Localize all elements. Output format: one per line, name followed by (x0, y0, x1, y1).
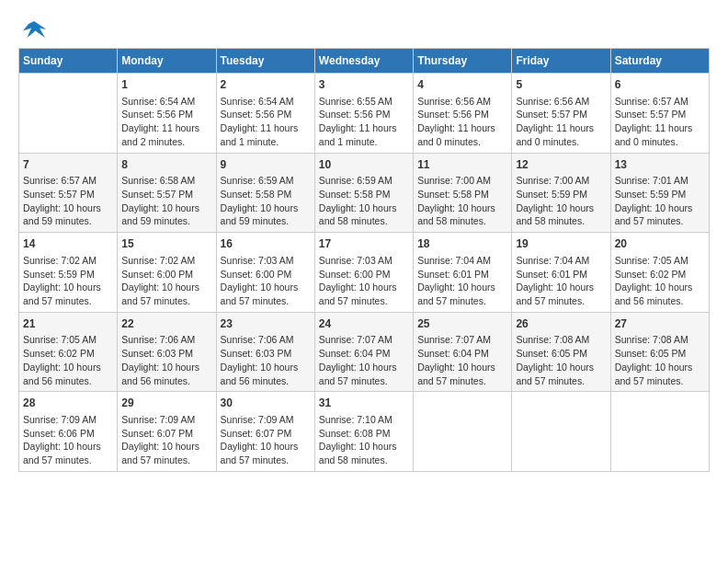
day-number: 11 (417, 157, 507, 173)
calendar-cell: 17Sunrise: 7:03 AM Sunset: 6:00 PM Dayli… (314, 233, 413, 313)
day-info: Sunrise: 6:56 AM Sunset: 5:56 PM Dayligh… (417, 95, 507, 149)
day-number: 16 (221, 236, 311, 252)
day-info: Sunrise: 6:59 AM Sunset: 5:58 PM Dayligh… (221, 174, 311, 228)
calendar-cell: 28Sunrise: 7:09 AM Sunset: 6:06 PM Dayli… (19, 392, 118, 472)
day-number: 26 (516, 316, 606, 332)
calendar-cell: 16Sunrise: 7:03 AM Sunset: 6:00 PM Dayli… (216, 233, 314, 313)
day-info: Sunrise: 7:07 AM Sunset: 6:04 PM Dayligh… (319, 333, 409, 387)
calendar-cell: 8Sunrise: 6:58 AM Sunset: 5:57 PM Daylig… (118, 153, 216, 233)
calendar-cell: 23Sunrise: 7:06 AM Sunset: 6:03 PM Dayli… (216, 312, 314, 392)
calendar-cell: 6Sunrise: 6:57 AM Sunset: 5:57 PM Daylig… (610, 74, 709, 154)
calendar-cell (19, 74, 118, 154)
calendar-cell: 13Sunrise: 7:01 AM Sunset: 5:59 PM Dayli… (610, 153, 709, 233)
calendar-cell (512, 392, 610, 472)
day-info: Sunrise: 7:04 AM Sunset: 6:01 PM Dayligh… (516, 254, 606, 308)
day-number: 1 (121, 77, 211, 93)
calendar-week-row: 7Sunrise: 6:57 AM Sunset: 5:57 PM Daylig… (19, 153, 710, 233)
day-number: 7 (23, 157, 113, 173)
column-header-saturday: Saturday (610, 49, 709, 74)
day-info: Sunrise: 7:05 AM Sunset: 6:02 PM Dayligh… (615, 254, 705, 308)
day-number: 22 (121, 316, 211, 332)
calendar-cell: 7Sunrise: 6:57 AM Sunset: 5:57 PM Daylig… (19, 153, 118, 233)
logo-bird-icon (20, 18, 48, 40)
calendar-cell: 24Sunrise: 7:07 AM Sunset: 6:04 PM Dayli… (314, 312, 413, 392)
day-info: Sunrise: 7:03 AM Sunset: 6:00 PM Dayligh… (319, 254, 409, 308)
day-info: Sunrise: 7:02 AM Sunset: 5:59 PM Dayligh… (23, 254, 113, 308)
day-number: 17 (319, 236, 409, 252)
day-info: Sunrise: 7:04 AM Sunset: 6:01 PM Dayligh… (417, 254, 507, 308)
day-number: 14 (23, 236, 113, 252)
day-info: Sunrise: 6:54 AM Sunset: 5:56 PM Dayligh… (221, 95, 311, 149)
day-info: Sunrise: 7:01 AM Sunset: 5:59 PM Dayligh… (615, 174, 705, 228)
day-info: Sunrise: 6:54 AM Sunset: 5:56 PM Dayligh… (121, 95, 211, 149)
day-info: Sunrise: 6:58 AM Sunset: 5:57 PM Dayligh… (121, 174, 211, 228)
column-header-friday: Friday (512, 49, 610, 74)
calendar-cell: 4Sunrise: 6:56 AM Sunset: 5:56 PM Daylig… (414, 74, 512, 154)
day-number: 4 (417, 77, 507, 93)
day-number: 20 (615, 236, 705, 252)
day-info: Sunrise: 7:06 AM Sunset: 6:03 PM Dayligh… (221, 333, 311, 387)
column-header-tuesday: Tuesday (216, 49, 314, 74)
day-info: Sunrise: 7:09 AM Sunset: 6:06 PM Dayligh… (23, 413, 113, 467)
day-number: 19 (516, 236, 606, 252)
calendar-cell: 1Sunrise: 6:54 AM Sunset: 5:56 PM Daylig… (118, 74, 216, 154)
column-header-monday: Monday (118, 49, 216, 74)
calendar-cell: 27Sunrise: 7:08 AM Sunset: 6:05 PM Dayli… (610, 312, 709, 392)
day-info: Sunrise: 6:56 AM Sunset: 5:57 PM Dayligh… (516, 95, 606, 149)
calendar-cell: 15Sunrise: 7:02 AM Sunset: 6:00 PM Dayli… (118, 233, 216, 313)
day-info: Sunrise: 7:02 AM Sunset: 6:00 PM Dayligh… (121, 254, 211, 308)
column-header-thursday: Thursday (414, 49, 512, 74)
day-info: Sunrise: 7:07 AM Sunset: 6:04 PM Dayligh… (417, 333, 507, 387)
calendar-header-row: SundayMondayTuesdayWednesdayThursdayFrid… (19, 49, 710, 74)
day-number: 21 (23, 316, 113, 332)
calendar-cell (414, 392, 512, 472)
day-info: Sunrise: 7:06 AM Sunset: 6:03 PM Dayligh… (121, 333, 211, 387)
day-number: 28 (23, 396, 113, 411)
calendar-week-row: 21Sunrise: 7:05 AM Sunset: 6:02 PM Dayli… (19, 312, 710, 392)
calendar-cell: 29Sunrise: 7:09 AM Sunset: 6:07 PM Dayli… (118, 392, 216, 472)
calendar-cell: 21Sunrise: 7:05 AM Sunset: 6:02 PM Dayli… (19, 312, 118, 392)
page-header (18, 18, 710, 40)
day-info: Sunrise: 7:08 AM Sunset: 6:05 PM Dayligh… (516, 333, 606, 387)
day-info: Sunrise: 7:09 AM Sunset: 6:07 PM Dayligh… (221, 413, 311, 467)
calendar-cell: 12Sunrise: 7:00 AM Sunset: 5:59 PM Dayli… (512, 153, 610, 233)
day-number: 29 (121, 396, 211, 411)
calendar-cell: 10Sunrise: 6:59 AM Sunset: 5:58 PM Dayli… (314, 153, 413, 233)
day-number: 23 (221, 316, 311, 332)
calendar-table: SundayMondayTuesdayWednesdayThursdayFrid… (18, 48, 710, 472)
calendar-cell: 31Sunrise: 7:10 AM Sunset: 6:08 PM Dayli… (314, 392, 413, 472)
day-number: 9 (221, 157, 311, 173)
day-info: Sunrise: 6:57 AM Sunset: 5:57 PM Dayligh… (615, 95, 705, 149)
calendar-cell: 14Sunrise: 7:02 AM Sunset: 5:59 PM Dayli… (19, 233, 118, 313)
day-number: 6 (615, 77, 705, 93)
day-number: 18 (417, 236, 507, 252)
calendar-week-row: 1Sunrise: 6:54 AM Sunset: 5:56 PM Daylig… (19, 74, 710, 154)
calendar-cell: 19Sunrise: 7:04 AM Sunset: 6:01 PM Dayli… (512, 233, 610, 313)
day-info: Sunrise: 7:08 AM Sunset: 6:05 PM Dayligh… (615, 333, 705, 387)
column-header-wednesday: Wednesday (314, 49, 413, 74)
calendar-cell: 30Sunrise: 7:09 AM Sunset: 6:07 PM Dayli… (216, 392, 314, 472)
day-info: Sunrise: 6:57 AM Sunset: 5:57 PM Dayligh… (23, 174, 113, 228)
day-info: Sunrise: 7:09 AM Sunset: 6:07 PM Dayligh… (121, 413, 211, 467)
calendar-cell: 11Sunrise: 7:00 AM Sunset: 5:58 PM Dayli… (414, 153, 512, 233)
day-number: 31 (319, 396, 409, 411)
svg-marker-0 (23, 21, 47, 38)
day-number: 13 (615, 157, 705, 173)
day-info: Sunrise: 7:10 AM Sunset: 6:08 PM Dayligh… (319, 413, 409, 467)
day-number: 12 (516, 157, 606, 173)
day-info: Sunrise: 6:55 AM Sunset: 5:56 PM Dayligh… (319, 95, 409, 149)
calendar-week-row: 28Sunrise: 7:09 AM Sunset: 6:06 PM Dayli… (19, 392, 710, 472)
day-number: 5 (516, 77, 606, 93)
day-number: 2 (221, 77, 311, 93)
calendar-cell: 9Sunrise: 6:59 AM Sunset: 5:58 PM Daylig… (216, 153, 314, 233)
day-number: 3 (319, 77, 409, 93)
calendar-cell: 20Sunrise: 7:05 AM Sunset: 6:02 PM Dayli… (610, 233, 709, 313)
logo (18, 18, 48, 40)
calendar-cell: 3Sunrise: 6:55 AM Sunset: 5:56 PM Daylig… (314, 74, 413, 154)
day-number: 27 (615, 316, 705, 332)
day-number: 10 (319, 157, 409, 173)
day-info: Sunrise: 7:03 AM Sunset: 6:00 PM Dayligh… (221, 254, 311, 308)
day-number: 24 (319, 316, 409, 332)
calendar-cell: 5Sunrise: 6:56 AM Sunset: 5:57 PM Daylig… (512, 74, 610, 154)
day-info: Sunrise: 6:59 AM Sunset: 5:58 PM Dayligh… (319, 174, 409, 228)
